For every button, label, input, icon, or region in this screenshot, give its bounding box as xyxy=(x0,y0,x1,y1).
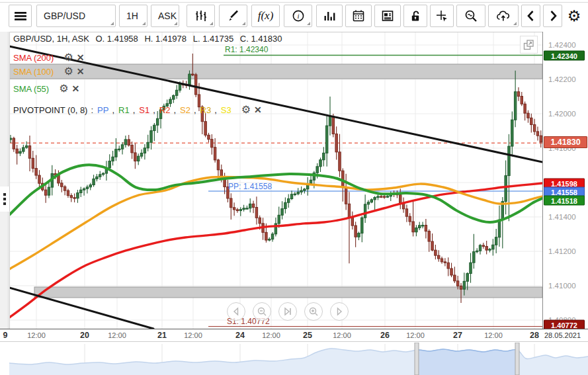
indicator-settings-gear-icon[interactable]: ⚙ xyxy=(63,52,73,63)
r1-line-label: R1: 1.42340 xyxy=(225,45,268,54)
zoom-mode-button[interactable] xyxy=(456,5,485,27)
indicators-button[interactable]: f(x) xyxy=(251,5,280,27)
grip-dot xyxy=(3,193,6,196)
candlesticks-icon xyxy=(194,9,208,23)
calendar-button[interactable] xyxy=(345,5,372,27)
news-button[interactable] xyxy=(374,5,401,27)
symbol-select[interactable]: GBP/USD xyxy=(36,5,116,27)
comma: , xyxy=(173,105,176,115)
time-tick-label: 27 xyxy=(453,331,462,340)
price-side-select-label: ASK xyxy=(158,11,177,21)
symbol-select-label: GBP/USD xyxy=(44,11,85,21)
ohlc-low: L. 1.41735 xyxy=(193,34,233,44)
info-button[interactable]: i xyxy=(284,5,312,27)
unlock-button[interactable] xyxy=(403,5,427,27)
menu-button[interactable] xyxy=(9,5,32,27)
dropdown-corner-icon xyxy=(142,22,146,25)
comma: , xyxy=(112,105,114,115)
time-tick-label: 21 xyxy=(157,331,167,340)
crosshair-cursor-icon xyxy=(435,9,449,23)
zoom-in-icon xyxy=(308,306,319,317)
crosshair-button[interactable] xyxy=(430,5,454,27)
current-price-badge: 1.41830 xyxy=(544,136,587,148)
indicator-remove-icon[interactable]: ✕ xyxy=(77,67,85,76)
indicator-settings-gear-icon[interactable]: ⚙ xyxy=(63,66,73,77)
timeframe-select[interactable]: 1H xyxy=(119,5,147,27)
indicator-remove-icon[interactable]: ✕ xyxy=(254,105,262,114)
chevron-right-icon xyxy=(546,9,560,23)
sma55-badge: 1.41518 xyxy=(544,196,585,206)
time-tick-label: 12:00 xyxy=(406,331,425,339)
dropdown-corner-icon xyxy=(174,22,177,25)
forward-button[interactable] xyxy=(543,5,562,27)
go-to-end-button[interactable] xyxy=(278,302,297,321)
step-back-button[interactable] xyxy=(227,302,245,321)
legend-row-sma-100: SMA (100)⚙✕ xyxy=(13,66,85,77)
range-navigator[interactable] xyxy=(0,343,588,375)
time-tick-label: 12:00 xyxy=(108,331,126,339)
pivot-series-s2: S2 xyxy=(180,105,190,115)
time-tick-label: 12:00 xyxy=(184,331,202,339)
dropdown-corner-icon xyxy=(110,22,114,25)
comma: , xyxy=(153,105,155,115)
time-tick-label: 24 xyxy=(235,331,245,340)
panel-grip[interactable] xyxy=(0,187,9,212)
open-in-window-button[interactable] xyxy=(520,36,538,54)
info-circle-icon: i xyxy=(291,9,306,23)
time-tick-label: 28 xyxy=(530,331,539,340)
indicator-settings-gear-icon[interactable]: ⚙ xyxy=(59,83,68,94)
price-side-select[interactable]: ASK xyxy=(151,5,179,27)
chevron-left-icon xyxy=(524,9,538,23)
ohlc-high: H. 1.41978 xyxy=(144,34,187,44)
zoom-in-button[interactable] xyxy=(304,302,323,321)
pivot-series-s1: S1 xyxy=(139,105,149,115)
chart-title-row: GBP/USD, 1H, ASK O. 1.41958 H. 1.41978 L… xyxy=(13,34,286,44)
pivot-series-r2: R2 xyxy=(159,105,171,115)
draw-tools-button[interactable] xyxy=(219,5,247,27)
time-axis[interactable]: 28.05.2021 912:002012:002112:002412:0025… xyxy=(0,329,588,342)
cloud-save-button[interactable] xyxy=(488,5,519,27)
navigator-left-handle[interactable] xyxy=(415,343,419,375)
dropdown-corner-icon xyxy=(307,22,310,25)
step-forward-button[interactable] xyxy=(330,302,349,321)
back-button[interactable] xyxy=(521,5,540,27)
zoom-out-button[interactable] xyxy=(253,302,271,321)
pivot-series-r3: R3 xyxy=(200,105,212,115)
trading-chart-window: GBP/USD1HASKf(x)i⚙ GBP/USD, 1H, ASK O. 1… xyxy=(0,0,588,375)
chart-type-button[interactable] xyxy=(187,5,215,27)
comma: , xyxy=(194,105,196,115)
legend-separator: : xyxy=(91,105,93,115)
open-in-window-icon xyxy=(523,39,534,50)
pp-line-label: PP: 1.41558 xyxy=(228,182,272,191)
gear-icon: ⚙ xyxy=(567,9,581,24)
indicator-remove-icon[interactable]: ✕ xyxy=(72,84,80,93)
volume-button[interactable] xyxy=(316,5,343,27)
news-article-icon xyxy=(380,9,395,23)
calendar-icon xyxy=(351,9,366,23)
navigator-right-handle[interactable] xyxy=(515,343,519,375)
legend-label: SMA (200) xyxy=(13,53,54,63)
price-axis[interactable]: 1.424001.422001.420001.418001.416001.414… xyxy=(542,32,588,329)
axis-date-label: 28.05.2021 xyxy=(544,331,581,339)
padlock-open-icon xyxy=(408,9,423,23)
comma: , xyxy=(214,105,217,115)
function-fx-icon: f(x) xyxy=(258,9,274,22)
chart-title: GBP/USD, 1H, ASK xyxy=(13,34,89,44)
ohlc-close: C. 1.41830 xyxy=(240,34,282,44)
indicator-remove-icon[interactable]: ✕ xyxy=(77,53,85,62)
ohlc-open: O. 1.41958 xyxy=(96,34,138,44)
indicator-settings-gear-icon[interactable]: ⚙ xyxy=(241,104,251,115)
svg-text:i: i xyxy=(297,12,299,20)
bar-chart-icon xyxy=(322,9,337,23)
left-panel-handle[interactable] xyxy=(0,32,9,329)
price-tick-label: 1.42400 xyxy=(548,41,576,49)
comma: , xyxy=(133,105,136,115)
pivot-series-pp: PP xyxy=(97,105,108,115)
time-tick-label: 25 xyxy=(303,331,312,340)
candlestick-chart[interactable] xyxy=(9,32,542,329)
grip-dot xyxy=(3,202,6,205)
timeframe-select-label: 1H xyxy=(126,11,138,21)
settings-button[interactable]: ⚙ xyxy=(564,5,585,27)
legend-label: SMA (100) xyxy=(13,67,54,77)
grip-dot xyxy=(3,198,6,200)
